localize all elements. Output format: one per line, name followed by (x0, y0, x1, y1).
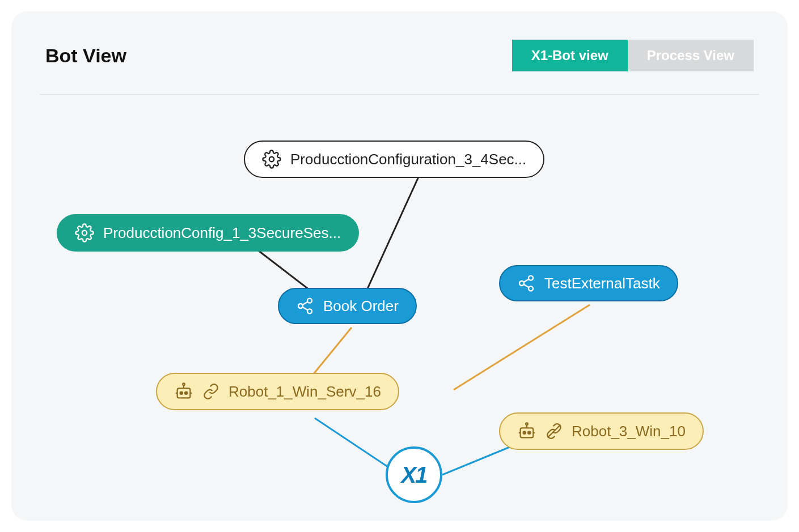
gear-icon (75, 223, 94, 242)
svg-point-19 (180, 392, 183, 394)
share-icon (296, 297, 314, 315)
svg-rect-25 (521, 428, 534, 437)
node-config-1-3[interactable]: ProducctionConfig_1_3SecureSes... (57, 214, 359, 252)
tab-bot-view[interactable]: X1-Bot view (512, 40, 628, 71)
node-label: ProducctionConfiguration_3_4Sec... (290, 151, 526, 168)
node-label: ProducctionConfig_1_3SecureSes... (103, 224, 341, 242)
svg-line-11 (302, 302, 307, 305)
node-external-task[interactable]: TestExternalTastk (499, 265, 678, 301)
header: Bot View X1-Bot view Process View (45, 40, 754, 94)
node-config-3-4[interactable]: ProducctionConfiguration_3_4Sec... (244, 141, 544, 178)
svg-point-9 (298, 304, 303, 308)
unlink-icon (546, 423, 563, 440)
svg-line-16 (523, 279, 529, 282)
svg-point-13 (529, 276, 533, 280)
x1-logo: X1 (401, 462, 427, 488)
svg-point-27 (528, 432, 530, 434)
svg-rect-18 (177, 388, 191, 398)
svg-point-7 (82, 231, 87, 236)
svg-line-0 (360, 175, 420, 305)
svg-line-12 (302, 307, 307, 310)
node-robot-3[interactable]: Robot_3_Win_10 (499, 412, 704, 450)
svg-point-26 (523, 432, 526, 434)
node-label: Robot_3_Win_10 (572, 423, 686, 440)
svg-point-20 (185, 392, 187, 394)
svg-point-15 (529, 286, 533, 291)
x1-hub[interactable]: X1 (386, 446, 442, 503)
svg-line-3 (454, 305, 590, 390)
node-label: Robot_1_Win_Serv_16 (229, 383, 381, 401)
node-robot-1[interactable]: Robot_1_Win_Serv_16 (156, 373, 399, 410)
svg-line-17 (523, 284, 529, 287)
bot-view-panel: Bot View X1-Bot view Process View (11, 11, 788, 521)
view-tabs: X1-Bot view Process View (512, 40, 754, 71)
share-icon (517, 274, 535, 292)
svg-point-8 (307, 299, 312, 303)
robot-icon (517, 422, 536, 441)
svg-point-10 (307, 309, 312, 313)
node-label: Book Order (323, 297, 399, 315)
svg-point-6 (269, 157, 274, 162)
link-icon (202, 383, 219, 400)
diagram-canvas: ProducctionConfiguration_3_4Sec... Produ… (45, 95, 754, 503)
svg-point-29 (526, 423, 528, 425)
svg-point-14 (519, 281, 524, 286)
robot-icon (174, 382, 193, 401)
node-book-order[interactable]: Book Order (278, 288, 417, 324)
svg-point-22 (183, 383, 185, 385)
tab-process-view[interactable]: Process View (628, 40, 754, 71)
node-label: TestExternalTastk (544, 275, 660, 292)
page-title: Bot View (45, 45, 126, 67)
gear-icon (262, 150, 281, 169)
